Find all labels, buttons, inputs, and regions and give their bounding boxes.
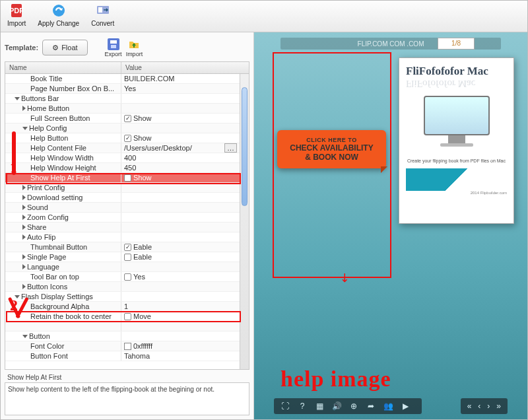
expand-right-icon[interactable] bbox=[22, 106, 26, 111]
expand-right-icon[interactable] bbox=[22, 264, 26, 269]
expand-down-icon[interactable] bbox=[22, 335, 28, 338]
grid-row[interactable]: Sound bbox=[5, 203, 249, 213]
expand-right-icon[interactable] bbox=[22, 215, 26, 220]
autoplay-icon[interactable]: ▶ bbox=[401, 402, 410, 411]
grid-row[interactable]: Help Config bbox=[5, 123, 249, 133]
help-icon[interactable]: ? bbox=[298, 402, 307, 411]
grid-row[interactable]: Font Color0xffffff bbox=[5, 341, 249, 351]
property-name: Help Content File bbox=[30, 144, 86, 152]
expand-right-icon[interactable] bbox=[22, 195, 26, 200]
grid-row[interactable]: Thumbnail Button✓Eable bbox=[5, 242, 249, 252]
page-number-box[interactable]: 1/8 bbox=[438, 38, 475, 50]
grid-row[interactable]: Page Number Box On B...Yes bbox=[5, 84, 249, 94]
zoom-in-icon[interactable]: ⊕ bbox=[349, 402, 358, 411]
checkbox[interactable] bbox=[124, 273, 131, 281]
grid-body[interactable]: Book TitleBUILDER.COMPage Number Box On … bbox=[5, 74, 249, 369]
checkbox[interactable] bbox=[124, 254, 131, 261]
apply-change-button[interactable]: Apply Change bbox=[38, 3, 79, 30]
grid-row[interactable]: Tool Bar on topYes bbox=[5, 272, 249, 282]
expand-right-icon[interactable] bbox=[22, 225, 26, 230]
grid-row[interactable]: Buttons Bar bbox=[5, 94, 249, 104]
prev-page-icon[interactable]: ‹ bbox=[478, 402, 480, 411]
property-name: Buttons Bar bbox=[21, 94, 59, 102]
property-name: Help Config bbox=[29, 124, 67, 132]
property-name: Flash Display Settings bbox=[21, 293, 93, 300]
book-page[interactable]: FliFofofofor Mac FliFofofofor Mac Create… bbox=[399, 57, 514, 224]
cta-line-2: CHECK AVAILABILITY bbox=[277, 143, 386, 153]
expand-right-icon[interactable] bbox=[22, 284, 26, 289]
grid-row[interactable]: Zoom Config bbox=[5, 213, 249, 223]
checkbox[interactable] bbox=[124, 313, 131, 320]
scrollbar-thumb[interactable] bbox=[242, 87, 248, 206]
grid-row[interactable]: Button Icons bbox=[5, 282, 249, 292]
expand-down-icon[interactable] bbox=[15, 97, 20, 100]
property-name: Zoom Config bbox=[27, 213, 69, 221]
grid-row[interactable]: Auto Flip bbox=[5, 232, 249, 242]
checkbox[interactable]: ✓ bbox=[124, 115, 131, 122]
grid-header-name: Name bbox=[5, 62, 121, 73]
expand-down-icon[interactable] bbox=[22, 127, 28, 130]
convert-button[interactable]: Convert bbox=[91, 3, 114, 30]
main-toolbar: PDF Import Apply Change Convert bbox=[1, 1, 527, 32]
property-value: 1 bbox=[124, 302, 128, 310]
grid-row[interactable]: Flash Display Settings bbox=[5, 292, 249, 302]
checkbox[interactable]: ✓ bbox=[124, 244, 131, 251]
page-title: FliFofofofor Mac bbox=[406, 65, 507, 78]
grid-row[interactable]: Home Button bbox=[5, 104, 249, 114]
grid-row[interactable]: Print Config bbox=[5, 183, 249, 193]
browse-button[interactable]: … bbox=[224, 143, 237, 153]
save-icon bbox=[108, 38, 119, 50]
property-name: Share bbox=[27, 223, 46, 231]
expand-right-icon[interactable] bbox=[22, 185, 26, 190]
thumbnails-icon[interactable]: ▦ bbox=[315, 402, 324, 411]
sound-icon[interactable]: 🔊 bbox=[332, 402, 341, 411]
grid-row[interactable]: Button FontTahoma bbox=[5, 351, 249, 361]
last-page-icon[interactable]: » bbox=[496, 402, 501, 411]
grid-row[interactable]: Language bbox=[5, 262, 249, 272]
import-button[interactable]: PDF Import bbox=[7, 3, 26, 30]
expand-right-icon[interactable] bbox=[22, 205, 26, 210]
import-template-button[interactable]: Import bbox=[126, 38, 143, 57]
scrollbar[interactable] bbox=[240, 74, 249, 369]
grid-row[interactable]: Help Window Width400 bbox=[5, 153, 249, 163]
checkbox[interactable]: ✓ bbox=[124, 135, 131, 142]
annotation-marker-2: 2 bbox=[10, 297, 18, 314]
property-name: Show Help At First bbox=[30, 174, 90, 182]
grid-row[interactable]: Help Window Height450 bbox=[5, 163, 249, 173]
property-value: Yes bbox=[133, 273, 145, 281]
grid-row[interactable]: Single PageEable bbox=[5, 252, 249, 262]
property-name: Help Window Height bbox=[30, 164, 96, 172]
preview-toolbar: ⛶ ? ▦ 🔊 ⊕ ➦ 👥 ▶ bbox=[274, 398, 422, 414]
first-page-icon[interactable]: « bbox=[467, 402, 472, 411]
cta-banner[interactable]: CLICK HERE TO CHECK AVAILABILITY & BOOK … bbox=[277, 130, 386, 168]
expand-right-icon[interactable] bbox=[22, 234, 26, 240]
grid-row[interactable] bbox=[5, 322, 249, 332]
template-select-button[interactable]: ⚙ Float bbox=[42, 40, 87, 55]
grid-row[interactable]: Background Alpha1 bbox=[5, 302, 249, 312]
grid-row[interactable]: Book TitleBUILDER.COM bbox=[5, 74, 249, 84]
share-icon[interactable]: ➦ bbox=[366, 402, 376, 411]
property-name: Button Font bbox=[30, 352, 68, 360]
annotation-marker-1: 1 bbox=[10, 159, 17, 176]
property-name: Single Page bbox=[27, 253, 66, 261]
grid-row[interactable]: Button bbox=[5, 332, 249, 341]
grid-row[interactable]: Help Content File/Users/user/Desktop/… bbox=[5, 143, 249, 153]
grid-row[interactable]: Show Help At First✓Show bbox=[5, 173, 249, 183]
grid-row[interactable]: Retain the book to centerMove bbox=[5, 312, 249, 322]
folder-import-icon bbox=[128, 38, 140, 50]
property-value: Move bbox=[133, 312, 151, 320]
checkbox[interactable]: ✓ bbox=[124, 174, 131, 182]
fullscreen-icon[interactable]: ⛶ bbox=[280, 402, 290, 411]
social-icon[interactable]: 👥 bbox=[383, 402, 393, 411]
expand-right-icon[interactable] bbox=[22, 254, 26, 260]
grid-row[interactable]: Help Button✓Show bbox=[5, 133, 249, 143]
grid-row[interactable]: Share bbox=[5, 223, 249, 232]
export-button[interactable]: Export bbox=[105, 38, 122, 57]
grid-row[interactable]: Download setting bbox=[5, 193, 249, 203]
color-swatch[interactable] bbox=[124, 343, 131, 350]
next-page-icon[interactable]: › bbox=[487, 402, 490, 411]
preview-panel: FLIP.COM COM .COM 1/8 CLICK HERE TO CHEC… bbox=[254, 32, 527, 419]
property-name: Sound bbox=[27, 203, 48, 211]
grid-row[interactable]: Full Screen Button✓Show bbox=[5, 114, 249, 123]
svg-text:PDF: PDF bbox=[9, 7, 24, 15]
